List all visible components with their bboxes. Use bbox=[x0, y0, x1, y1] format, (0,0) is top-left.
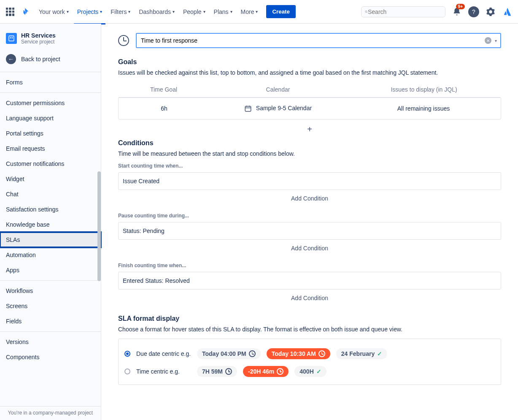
sidebar-item-chat[interactable]: Chat bbox=[0, 187, 101, 202]
nav-plans[interactable]: Plans▾ bbox=[210, 5, 236, 19]
settings-icon[interactable] bbox=[485, 6, 496, 17]
create-button[interactable]: Create bbox=[266, 5, 296, 18]
radio-due-date[interactable] bbox=[124, 351, 130, 357]
clear-icon[interactable]: ✕ bbox=[485, 37, 491, 44]
nav-dashboards[interactable]: Dashboards▾ bbox=[135, 5, 178, 19]
chevron-down-icon[interactable]: ▾ bbox=[495, 38, 497, 43]
time-pill-2: -20H 46m bbox=[243, 366, 289, 377]
svg-rect-5 bbox=[245, 106, 251, 111]
help-icon[interactable]: ? bbox=[468, 6, 479, 17]
clock-icon bbox=[318, 350, 325, 357]
due-pill-3: 24 February✓ bbox=[336, 348, 387, 359]
top-nav: Your work▾ Projects▾ Filters▾ Dashboards… bbox=[0, 0, 518, 24]
goal-row[interactable]: 6h Sample 9-5 Calendar All remaining iss… bbox=[119, 98, 501, 119]
search-icon bbox=[365, 8, 368, 15]
clock-icon bbox=[249, 350, 256, 357]
finish-label: Finish counting time when... bbox=[118, 263, 501, 268]
jira-logo[interactable] bbox=[20, 7, 30, 17]
project-footer: You're in a company-managed project bbox=[0, 406, 101, 416]
sidebar-item-email-requests[interactable]: Email requests bbox=[0, 141, 101, 156]
check-icon: ✓ bbox=[377, 350, 382, 357]
sidebar-item-versions[interactable]: Versions bbox=[0, 334, 101, 350]
due-pill-1: Today 04:00 PM bbox=[197, 348, 261, 359]
project-header: HR Services Service project bbox=[0, 24, 101, 49]
time-centric-label: Time centric e.g. bbox=[136, 368, 191, 375]
add-pause-condition[interactable]: Add Condition bbox=[118, 240, 501, 257]
goal-calendar: Sample 9-5 Calendar bbox=[202, 105, 354, 112]
check-icon: ✓ bbox=[316, 368, 321, 375]
due-date-label: Due date centric e.g. bbox=[136, 350, 191, 357]
sidebar-item-slas[interactable]: SLAs bbox=[0, 232, 101, 247]
nav-filters[interactable]: Filters▾ bbox=[107, 5, 134, 19]
clock-icon bbox=[118, 35, 129, 46]
col-calendar: Calendar bbox=[202, 86, 354, 93]
svg-point-3 bbox=[10, 37, 11, 38]
gear-icon bbox=[486, 7, 495, 16]
col-jql: Issues to display (in JQL) bbox=[354, 86, 494, 93]
goals-title: Goals bbox=[118, 58, 501, 66]
sidebar-item-components[interactable]: Components bbox=[0, 350, 101, 365]
sidebar-item-workflows[interactable]: Workflows bbox=[0, 283, 101, 298]
time-centric-option[interactable]: Time centric e.g. 7H 59M -20H 46m 400H✓ bbox=[124, 363, 495, 380]
goals-table: 6h Sample 9-5 Calendar All remaining iss… bbox=[118, 97, 501, 119]
format-options: Due date centric e.g. Today 04:00 PM Tod… bbox=[118, 339, 501, 385]
goals-desc: Issues will be checked against this list… bbox=[118, 69, 501, 76]
sidebar-item-automation[interactable]: Automation bbox=[0, 247, 101, 263]
main-content: ✕ ▾ Goals Issues will be checked against… bbox=[101, 24, 518, 420]
sidebar-item-knowledge-base[interactable]: Knowledge base bbox=[0, 217, 101, 232]
svg-line-1 bbox=[367, 12, 367, 12]
nav-more[interactable]: More▾ bbox=[237, 5, 262, 19]
sidebar-item-satisfaction-settings[interactable]: Satisfaction settings bbox=[0, 202, 101, 217]
add-finish-condition[interactable]: Add Condition bbox=[118, 290, 501, 306]
sla-name-input[interactable]: ✕ ▾ bbox=[136, 33, 501, 48]
goal-time: 6h bbox=[126, 105, 202, 112]
start-condition[interactable]: Issue Created bbox=[118, 172, 501, 190]
project-name: HR Services bbox=[21, 32, 56, 39]
conditions-title: Conditions bbox=[118, 139, 501, 147]
project-avatar bbox=[6, 33, 17, 44]
nav-people[interactable]: People▾ bbox=[180, 5, 209, 19]
time-pill-1: 7H 59M bbox=[197, 366, 237, 377]
radio-time-centric[interactable] bbox=[124, 369, 130, 374]
add-goal-button[interactable]: + bbox=[118, 119, 501, 139]
svg-point-4 bbox=[12, 37, 13, 38]
sidebar-item-widget[interactable]: Widget bbox=[0, 171, 101, 187]
back-arrow-icon: ← bbox=[6, 54, 16, 64]
due-pill-2: Today 10:30 AM bbox=[267, 348, 330, 359]
sidebar-item-language-support[interactable]: Language support bbox=[0, 111, 101, 126]
sidebar-item-apps[interactable]: Apps bbox=[0, 263, 101, 278]
format-title: SLA format display bbox=[118, 315, 501, 322]
back-to-project[interactable]: ← Back to project bbox=[0, 49, 101, 69]
clock-icon bbox=[277, 368, 283, 375]
pause-label: Pause counting time during... bbox=[118, 213, 501, 219]
due-date-option[interactable]: Due date centric e.g. Today 04:00 PM Tod… bbox=[124, 345, 495, 363]
sidebar-scrollbar[interactable] bbox=[97, 171, 101, 281]
app-switcher-icon[interactable] bbox=[5, 7, 15, 17]
pause-condition[interactable]: Status: Pending bbox=[118, 222, 501, 240]
finish-condition[interactable]: Entered Status: Resolved bbox=[118, 272, 501, 290]
notifications-icon[interactable]: 9+ bbox=[451, 6, 462, 17]
format-desc: Choose a format for hover states of this… bbox=[118, 326, 501, 333]
sidebar-item-portal-settings[interactable]: Portal settings bbox=[0, 126, 101, 141]
nav-your-work[interactable]: Your work▾ bbox=[35, 5, 72, 19]
sidebar-item-customer-permissions[interactable]: Customer permissions bbox=[0, 95, 101, 111]
sidebar: HR Services Service project ← Back to pr… bbox=[0, 24, 101, 420]
nav-projects[interactable]: Projects▾ bbox=[74, 5, 106, 19]
notification-badge: 9+ bbox=[456, 4, 465, 9]
sidebar-item-screens[interactable]: Screens bbox=[0, 298, 101, 314]
start-label: Start counting time when... bbox=[118, 163, 501, 169]
svg-rect-2 bbox=[9, 36, 14, 41]
time-pill-3: 400H✓ bbox=[294, 366, 326, 377]
atlassian-icon[interactable] bbox=[502, 6, 513, 17]
sidebar-item-customer-notifications[interactable]: Customer notifications bbox=[0, 156, 101, 171]
calendar-icon bbox=[244, 105, 252, 112]
sidebar-item-forms[interactable]: Forms bbox=[0, 75, 101, 90]
clock-icon bbox=[225, 368, 232, 375]
conditions-desc: Time will be measured between the start … bbox=[118, 150, 501, 157]
search-input[interactable] bbox=[361, 6, 445, 17]
project-type: Service project bbox=[21, 39, 56, 45]
add-start-condition[interactable]: Add Condition bbox=[118, 190, 501, 207]
svg-point-0 bbox=[365, 11, 367, 12]
goal-issues: All remaining issues bbox=[354, 105, 493, 112]
sidebar-item-fields[interactable]: Fields bbox=[0, 314, 101, 329]
